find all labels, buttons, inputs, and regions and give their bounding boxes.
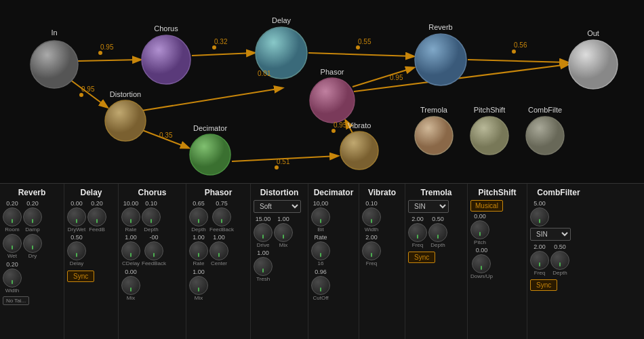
combfilter-val-group: 5.00 (530, 200, 549, 226)
panel-combfilter: CombFilter 5.00 SIN TRI 2.00 Freq 0.50 D… (527, 184, 590, 339)
phasor-row1: 0.65 Depth 0.75 FeedBack (189, 200, 234, 233)
phasor-mix-group: 1.00 Mix (189, 268, 208, 301)
tremola-depth-knob[interactable] (428, 223, 447, 242)
flow-diagram: In Chorus Delay Reverb Out Distortion De… (0, 0, 644, 183)
node-combfilte[interactable] (526, 117, 564, 155)
chorus-mix-knob[interactable] (121, 276, 140, 295)
distortion-tresh-knob[interactable] (254, 257, 273, 276)
delay-delay-knob[interactable] (67, 241, 86, 260)
phasor-rate-group: 1.00 Rate (189, 234, 208, 266)
decimator-bit-knob[interactable] (311, 207, 330, 226)
node-out[interactable] (569, 40, 618, 89)
label-chorus: Chorus (154, 24, 178, 33)
chorus-feedback-group: -00 FeedBack (142, 234, 166, 266)
label-reverb: Reverb (428, 23, 452, 31)
tremola-depth-group: 0.50 Depth (428, 216, 447, 248)
panel-tremola: Tremola SIN TRI SQR 2.00 Freq 0.50 Depth… (405, 184, 468, 339)
reverb-room-knob[interactable] (3, 207, 22, 226)
vibrato-width-knob[interactable] (362, 207, 381, 226)
reverb-notail-button[interactable]: No Tai... (3, 296, 29, 305)
combfilter-type-select[interactable]: SIN TRI (530, 228, 571, 241)
delay-drywet-knob[interactable] (67, 207, 86, 226)
phasor-feedback-group: 0.75 FeedBack (209, 200, 234, 233)
panel-combfilter-title: CombFilter (530, 188, 587, 197)
reverb-row1: 0.20 Room 0.20 Damp (3, 200, 42, 233)
signal-flow: In Chorus Delay Reverb Out Distortion De… (0, 0, 644, 183)
node-decimator[interactable] (190, 134, 230, 175)
chorus-depth-knob[interactable] (142, 207, 161, 226)
svg-line-9 (353, 68, 414, 87)
decimator-row2: Rate 16 (311, 234, 330, 266)
svg-point-13 (356, 45, 360, 49)
svg-point-16 (275, 165, 279, 170)
distortion-mix-knob[interactable] (274, 223, 293, 242)
node-chorus[interactable] (142, 35, 190, 84)
distortion-tresh-group: 1.00 Tresh (254, 250, 273, 282)
phasor-center-knob[interactable] (209, 241, 228, 260)
phasor-feedback-knob[interactable] (212, 207, 231, 226)
edge-label-delay-reverb: 0.55 (358, 38, 371, 45)
vibrato-freq-knob[interactable] (362, 241, 381, 260)
edge-label-in-chorus: 0.95 (100, 43, 114, 51)
decimator-row1: 10,00 Bit (311, 200, 330, 233)
controls-area: Reverb 0.20 Room 0.20 Damp Wet Dry (0, 183, 644, 339)
pitchshift-pitch-group: 0.00 Pitch (470, 213, 489, 245)
phasor-depth-knob[interactable] (189, 207, 208, 226)
decimator-rate-knob[interactable] (311, 241, 330, 260)
chorus-cdelay-group: 1.00 CDelay (121, 234, 140, 266)
distortion-drive-knob[interactable] (254, 223, 273, 242)
vibrato-row1: 0.10 Width (362, 200, 381, 233)
delay-sync-button[interactable]: Sync (67, 271, 94, 282)
panel-distortion: Distortion Soft Hard 15.00 Drive 1.00 Mi… (251, 184, 308, 339)
chorus-rate-knob[interactable] (121, 207, 140, 226)
reverb-row3: 0.20 Width (3, 261, 22, 294)
svg-line-2 (192, 53, 254, 56)
combfilter-depth-group: 0.50 Depth (550, 243, 569, 276)
phasor-mix-knob[interactable] (189, 276, 208, 295)
distortion-type-select[interactable]: Soft Hard (254, 200, 301, 213)
pitchshift-musical-button[interactable]: Musical (470, 200, 503, 212)
node-tremola[interactable] (415, 117, 453, 155)
node-reverb[interactable] (415, 34, 466, 85)
node-phasor[interactable] (310, 78, 355, 123)
chorus-rate-group: 10.00 Rate (121, 200, 140, 233)
node-distortion[interactable] (105, 100, 146, 141)
pitchshift-pitch-knob[interactable] (470, 220, 489, 239)
reverb-width-knob[interactable] (3, 268, 22, 287)
pitchshift-row1: 0.00 Pitch (470, 213, 489, 245)
node-in[interactable] (31, 41, 78, 88)
panel-delay-title: Delay (67, 188, 115, 197)
combfilter-sync-button[interactable]: Sync (530, 279, 557, 291)
chorus-cdelay-knob[interactable] (121, 241, 140, 260)
tremola-type-select[interactable]: SIN TRI SQR (408, 200, 449, 213)
phasor-rate-knob[interactable] (189, 241, 208, 260)
panel-pitchshift-title: PitchShift (470, 188, 524, 197)
pitchshift-downup-knob[interactable] (472, 254, 491, 273)
decimator-cutoff-knob[interactable] (311, 276, 330, 295)
reverb-damp-knob[interactable] (23, 207, 42, 226)
decimator-rate-group: Rate 16 (311, 234, 330, 266)
panel-phasor: Phasor 0.65 Depth 0.75 FeedBack 1.00 Rat… (186, 184, 251, 339)
svg-line-3 (308, 53, 414, 56)
node-pitchshift[interactable] (470, 117, 508, 155)
delay-feedb-knob[interactable] (87, 207, 106, 226)
reverb-dry-knob[interactable] (23, 234, 42, 253)
combfilter-depth-knob[interactable] (550, 251, 569, 270)
phasor-row2: 1.00 Rate 1.00 Center (189, 234, 228, 266)
vibrato-row2: 2.00 Freq (362, 234, 381, 266)
tremola-freq-knob[interactable] (408, 223, 427, 242)
combfilter-freq-knob[interactable] (530, 251, 549, 270)
edge-label-dist-dec: 0.35 (159, 132, 173, 139)
label-out: Out (587, 29, 599, 37)
chorus-row2: 1.00 CDelay -00 FeedBack (121, 234, 166, 266)
node-vibrato[interactable] (340, 132, 378, 170)
svg-line-4 (468, 60, 567, 62)
decimator-cutoff-group: 0.96 CutOff (311, 268, 330, 301)
chorus-feedback-knob[interactable] (144, 241, 163, 260)
edge-label-vib-pha: 0.95 (334, 121, 347, 129)
combfilter-val-knob[interactable] (530, 207, 549, 226)
tremola-sync-button[interactable]: Sync (408, 252, 435, 263)
label-decimator: Decimator (193, 124, 227, 132)
reverb-wet-knob[interactable] (3, 234, 22, 253)
vibrato-width-group: 0.10 Width (362, 200, 381, 233)
